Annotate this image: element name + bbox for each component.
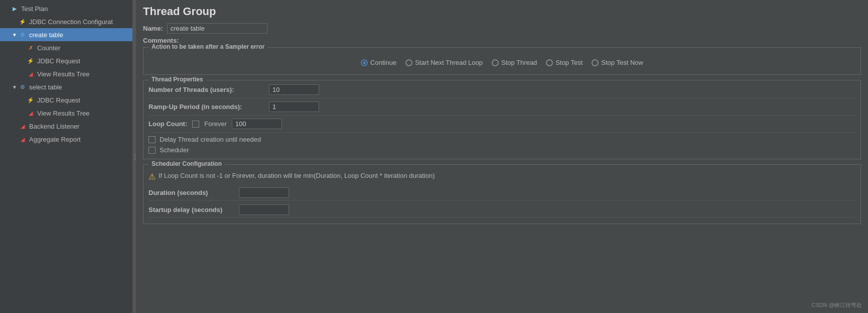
toggle-select-table[interactable]: ▼ xyxy=(11,84,18,90)
loop-count-input[interactable] xyxy=(232,119,282,129)
forever-label: Forever xyxy=(204,120,227,128)
startup-delay-label: Startup delay (seconds) xyxy=(149,206,239,214)
action-section: Action to be taken after a Sampler error… xyxy=(143,47,861,75)
icon-jdbc-req-2: ⚡ xyxy=(26,95,35,105)
num-threads-input[interactable] xyxy=(269,84,319,95)
name-input[interactable] xyxy=(167,23,267,34)
sidebar-item-view-results-2[interactable]: ◢View Results Tree xyxy=(0,107,132,120)
ramp-up-label: Ramp-Up Period (in seconds): xyxy=(149,103,269,111)
thread-properties-section: Thread Properties Number of Threads (use… xyxy=(143,80,861,159)
radio-circle-start-next xyxy=(405,59,412,66)
radio-circle-stop-test xyxy=(546,59,553,66)
radio-group: ContinueStart Next Thread LoopStop Threa… xyxy=(149,55,855,70)
name-row: Name: xyxy=(143,23,861,34)
sidebar-item-create-table[interactable]: ▼⚙create table xyxy=(0,28,132,41)
radio-label-start-next: Start Next Thread Loop xyxy=(415,59,483,66)
icon-jdbc-conn: ⚡ xyxy=(18,17,27,26)
icon-test-plan: ▶ xyxy=(10,4,19,13)
radio-option-continue[interactable]: Continue xyxy=(361,59,396,66)
watermark: CSDN @峡江转弯处 xyxy=(812,301,862,309)
label-select-table: select table xyxy=(29,83,62,91)
label-backend-listener: Backend Listener xyxy=(29,123,79,130)
forever-checkbox[interactable] xyxy=(192,121,199,128)
radio-option-stop-test-now[interactable]: Stop Test Now xyxy=(592,59,643,66)
delay-thread-label: Delay Thread creation until needed xyxy=(160,136,261,143)
label-view-results-1: View Results Tree xyxy=(37,70,90,78)
icon-jdbc-req-1: ⚡ xyxy=(26,56,35,65)
icon-view-results-1: ◢ xyxy=(26,69,35,78)
scheduler-checkbox[interactable] xyxy=(149,147,156,154)
radio-label-stop-test: Stop Test xyxy=(555,59,583,66)
startup-delay-row: Startup delay (seconds) xyxy=(149,202,855,218)
toggle-create-table[interactable]: ▼ xyxy=(11,32,18,38)
sidebar-item-jdbc-req-1[interactable]: ⚡JDBC Request xyxy=(0,54,132,67)
label-jdbc-req-2: JDBC Request xyxy=(37,96,80,104)
delay-thread-row: Delay Thread creation until needed xyxy=(149,136,855,143)
radio-option-start-next[interactable]: Start Next Thread Loop xyxy=(405,59,483,66)
duration-input[interactable] xyxy=(239,187,289,198)
scheduler-section: Scheduler Configuration ⚠ If Loop Count … xyxy=(143,164,861,224)
radio-option-stop-test[interactable]: Stop Test xyxy=(546,59,583,66)
label-jdbc-req-1: JDBC Request xyxy=(37,57,80,65)
label-view-results-2: View Results Tree xyxy=(37,110,90,117)
num-threads-label: Number of Threads (users): xyxy=(149,86,269,93)
icon-create-table: ⚙ xyxy=(18,30,27,39)
sidebar-item-jdbc-conn[interactable]: ⚡JDBC Connection Configurat xyxy=(0,15,132,28)
warning-row: ⚠ If Loop Count is not -1 or Forever, du… xyxy=(149,172,855,181)
label-jdbc-conn: JDBC Connection Configurat xyxy=(29,18,113,26)
scheduler-row: Scheduler xyxy=(149,146,855,154)
sidebar-item-backend-listener[interactable]: ◢Backend Listener xyxy=(0,120,132,133)
main-panel: Thread Group Name: Comments: Action to b… xyxy=(136,0,868,313)
loop-count-row: Loop Count: Forever xyxy=(149,119,855,133)
name-label: Name: xyxy=(143,25,163,32)
delay-thread-checkbox[interactable] xyxy=(149,136,156,143)
radio-label-continue: Continue xyxy=(370,59,396,66)
sidebar-item-counter[interactable]: ✗Counter xyxy=(0,41,132,54)
label-counter: Counter xyxy=(37,44,60,52)
radio-circle-continue xyxy=(361,59,368,66)
sidebar-item-test-plan[interactable]: ▶Test Plan xyxy=(0,2,132,15)
loop-count-label: Loop Count: xyxy=(149,120,187,128)
label-test-plan: Test Plan xyxy=(21,5,48,13)
action-section-title: Action to be taken after a Sampler error xyxy=(149,43,267,50)
sidebar-item-aggregate-report[interactable]: ◢Aggregate Report xyxy=(0,133,132,146)
warning-text: If Loop Count is not -1 or Forever, dura… xyxy=(159,172,435,179)
radio-option-stop-thread[interactable]: Stop Thread xyxy=(492,59,537,66)
duration-row: Duration (seconds) xyxy=(149,185,855,200)
icon-view-results-2: ◢ xyxy=(26,109,35,118)
radio-label-stop-test-now: Stop Test Now xyxy=(601,59,643,66)
icon-counter: ✗ xyxy=(26,43,35,52)
ramp-up-input[interactable] xyxy=(269,101,319,112)
warning-icon: ⚠ xyxy=(149,172,156,181)
duration-label: Duration (seconds) xyxy=(149,189,239,196)
scheduler-label: Scheduler xyxy=(160,146,189,154)
scheduler-section-title: Scheduler Configuration xyxy=(149,160,225,167)
icon-select-table: ⚙ xyxy=(18,82,27,91)
num-threads-row: Number of Threads (users): xyxy=(149,84,855,98)
sidebar-item-view-results-1[interactable]: ◢View Results Tree xyxy=(0,67,132,80)
page-title: Thread Group xyxy=(143,5,861,18)
label-create-table: create table xyxy=(29,31,63,39)
ramp-up-row: Ramp-Up Period (in seconds): xyxy=(149,101,855,116)
radio-label-stop-thread: Stop Thread xyxy=(501,59,537,66)
label-aggregate-report: Aggregate Report xyxy=(29,136,81,143)
sidebar-item-select-table[interactable]: ▼⚙select table xyxy=(0,80,132,93)
icon-aggregate-report: ◢ xyxy=(18,135,27,144)
sidebar: ▶Test Plan⚡JDBC Connection Configurat▼⚙c… xyxy=(0,0,133,313)
radio-circle-stop-thread xyxy=(492,59,499,66)
thread-props-title: Thread Properties xyxy=(149,76,206,83)
sidebar-item-jdbc-req-2[interactable]: ⚡JDBC Request xyxy=(0,93,132,107)
startup-delay-input[interactable] xyxy=(239,204,289,215)
icon-backend-listener: ◢ xyxy=(18,122,27,131)
radio-circle-stop-test-now xyxy=(592,59,599,66)
